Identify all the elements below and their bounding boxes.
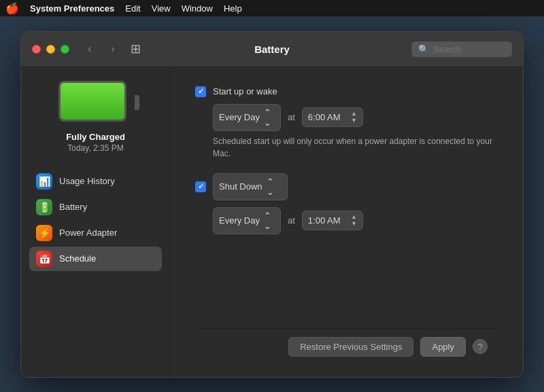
menu-system-preferences[interactable]: System Preferences xyxy=(30,3,114,14)
startup-at-label: at xyxy=(288,112,295,122)
back-button[interactable]: ‹ xyxy=(80,42,99,56)
traffic-lights xyxy=(32,45,69,54)
sidebar: Fully Charged Today, 2:35 PM 📊 Usage His… xyxy=(21,67,171,377)
shutdown-row: Shut Down ⌃⌄ xyxy=(195,173,498,200)
titlebar: ‹ › ⊞ Battery 🔍 xyxy=(21,32,523,67)
shutdown-time-value: 1:00 AM xyxy=(308,215,348,226)
sidebar-item-usage-history-label: Usage History xyxy=(59,176,115,186)
search-input[interactable] xyxy=(433,44,505,54)
nav-buttons: ‹ › xyxy=(80,42,122,56)
battery-time-label: Today, 2:35 PM xyxy=(67,143,124,153)
battery-body xyxy=(58,81,126,122)
battery-terminal xyxy=(135,95,139,110)
schedule-icon: 📅 xyxy=(36,251,52,267)
sidebar-item-schedule[interactable]: 📅 Schedule xyxy=(29,247,162,271)
sidebar-item-battery[interactable]: 🔋 Battery xyxy=(29,195,162,219)
menu-view[interactable]: View xyxy=(152,3,171,14)
battery-status-label: Fully Charged xyxy=(66,132,125,142)
sidebar-item-battery-label: Battery xyxy=(59,202,87,212)
apple-menu[interactable]: 🍎 xyxy=(5,2,19,15)
shutdown-frequency-select[interactable]: Every Day ⌃⌄ xyxy=(213,207,281,234)
shutdown-at-label: at xyxy=(288,215,295,226)
startup-time-down[interactable]: ▼ xyxy=(351,118,357,124)
startup-row: Start up or wake xyxy=(195,86,498,97)
shutdown-time-down[interactable]: ▼ xyxy=(351,221,357,228)
shutdown-frequency-value: Every Day xyxy=(219,215,260,226)
startup-time-value: 6:00 AM xyxy=(308,112,348,122)
usage-history-icon: 📊 xyxy=(36,173,52,190)
restore-previous-settings-button[interactable]: Restore Previous Settings xyxy=(288,337,413,357)
startup-checkbox[interactable] xyxy=(195,86,206,97)
grid-icon[interactable]: ⊞ xyxy=(131,41,141,56)
forward-button[interactable]: › xyxy=(103,42,122,56)
sidebar-item-power-adapter[interactable]: ⚡ Power Adapter xyxy=(29,221,162,245)
startup-frequency-arrow: ⌃⌄ xyxy=(264,107,271,128)
startup-label: Start up or wake xyxy=(213,86,277,96)
sidebar-item-power-adapter-label: Power Adapter xyxy=(59,228,117,238)
shutdown-action-select[interactable]: Shut Down ⌃⌄ xyxy=(213,173,288,200)
startup-frequency-value: Every Day xyxy=(219,112,260,122)
minimize-button[interactable] xyxy=(46,45,55,54)
shutdown-frequency-arrow: ⌃⌄ xyxy=(264,211,271,231)
window-footer: Restore Previous Settings Apply ? xyxy=(195,328,498,366)
shutdown-checkbox[interactable] xyxy=(195,181,206,192)
shutdown-action-value: Shut Down xyxy=(219,181,262,192)
menu-help[interactable]: Help xyxy=(224,3,242,14)
shutdown-schedule-row: Every Day ⌃⌄ at 1:00 AM ▲ ▼ xyxy=(213,207,498,234)
shutdown-time-stepper-btns: ▲ ▼ xyxy=(351,214,357,228)
sidebar-item-usage-history[interactable]: 📊 Usage History xyxy=(29,169,162,194)
battery-icon-wrap xyxy=(58,81,133,125)
help-button[interactable]: ? xyxy=(473,339,488,354)
search-box[interactable]: 🔍 xyxy=(411,41,512,57)
startup-time-stepper[interactable]: 6:00 AM ▲ ▼ xyxy=(302,107,363,128)
shutdown-time-stepper[interactable]: 1:00 AM ▲ ▼ xyxy=(302,211,363,231)
startup-hint: Scheduled start up will only occur when … xyxy=(213,135,498,160)
main-content: Start up or wake Every Day ⌃⌄ at 6:00 AM… xyxy=(171,67,523,377)
menu-edit[interactable]: Edit xyxy=(125,3,140,14)
menu-window[interactable]: Window xyxy=(182,3,213,14)
startup-time-stepper-btns: ▲ ▼ xyxy=(351,111,357,124)
fullscreen-button[interactable] xyxy=(61,45,69,54)
battery-fill xyxy=(61,83,124,120)
shutdown-action-arrow: ⌃⌄ xyxy=(267,177,274,197)
window-title: Battery xyxy=(254,43,290,55)
close-button[interactable] xyxy=(32,45,41,54)
system-preferences-window: ‹ › ⊞ Battery 🔍 Fully Charged xyxy=(20,31,524,378)
menubar: 🍎 System Preferences Edit View Window He… xyxy=(0,0,544,16)
startup-frequency-select[interactable]: Every Day ⌃⌄ xyxy=(213,104,281,131)
search-icon: 🔍 xyxy=(418,44,429,54)
desktop: ‹ › ⊞ Battery 🔍 Fully Charged xyxy=(0,16,544,392)
sidebar-item-schedule-label: Schedule xyxy=(59,253,96,264)
startup-schedule-row: Every Day ⌃⌄ at 6:00 AM ▲ ▼ xyxy=(213,104,498,131)
sidebar-nav: 📊 Usage History 🔋 Battery ⚡ Power Adapte… xyxy=(21,169,170,271)
battery-icon: 🔋 xyxy=(36,199,52,215)
window-body: Fully Charged Today, 2:35 PM 📊 Usage His… xyxy=(21,67,523,377)
apply-button[interactable]: Apply xyxy=(420,337,466,357)
power-adapter-icon: ⚡ xyxy=(36,225,52,241)
schedule-section: Start up or wake Every Day ⌃⌄ at 6:00 AM… xyxy=(195,86,498,328)
